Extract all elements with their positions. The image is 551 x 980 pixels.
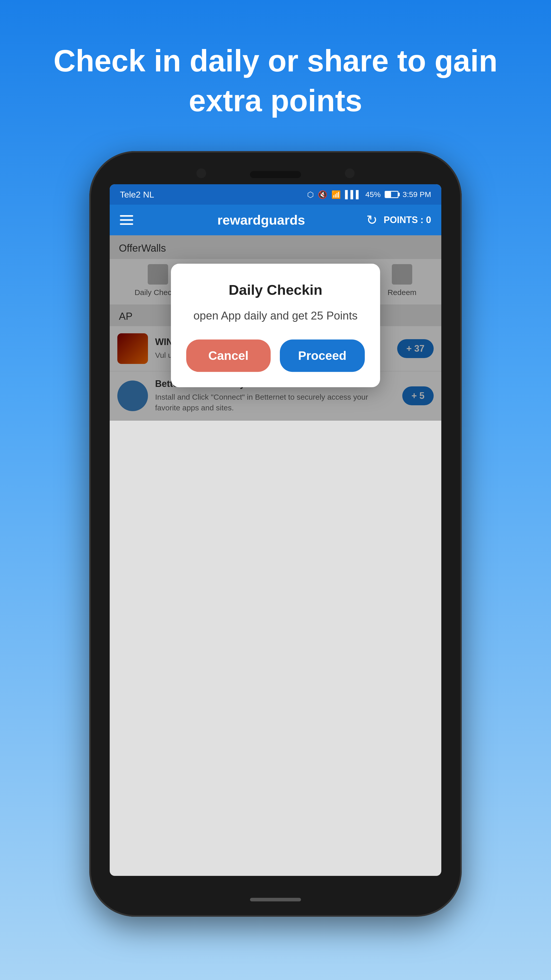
main-content: OfferWalls Daily Checkin Refer & Earn Tr… <box>110 235 441 421</box>
carrier-label: Tele2 NL <box>120 189 154 200</box>
battery-percent: 45% <box>365 190 381 199</box>
status-bar: Tele2 NL ⬡ 🔇 📶 ▌▌▌ 45% 3:59 PM <box>110 184 441 205</box>
dialog-title: Daily Checkin <box>186 282 365 298</box>
app-bar-right: ↻ POINTS : 0 <box>366 212 431 228</box>
phone-mockup: Tele2 NL ⬡ 🔇 📶 ▌▌▌ 45% 3:59 PM rewardgua… <box>89 151 462 917</box>
points-badge: POINTS : 0 <box>384 215 431 225</box>
daily-checkin-dialog: Daily Checkin open App daily and get 25 … <box>171 264 380 387</box>
hero-title: Check in daily or share to gain extra po… <box>0 0 551 146</box>
refresh-icon[interactable]: ↻ <box>366 212 378 228</box>
phone-camera-left <box>197 169 206 178</box>
dialog-message: open App daily and get 25 Points <box>186 307 365 324</box>
signal-icon: ▌▌▌ <box>345 190 361 199</box>
proceed-button[interactable]: Proceed <box>280 339 365 372</box>
phone-camera-right <box>345 169 354 178</box>
phone-screen: Tele2 NL ⬡ 🔇 📶 ▌▌▌ 45% 3:59 PM rewardgua… <box>110 184 441 876</box>
wifi-icon: 📶 <box>331 190 341 199</box>
phone-home-bar <box>250 898 301 901</box>
app-bar: rewardguards ↻ POINTS : 0 <box>110 205 441 235</box>
nfc-icon: ⬡ <box>307 190 314 199</box>
phone-speaker <box>250 171 301 178</box>
status-right-area: ⬡ 🔇 📶 ▌▌▌ 45% 3:59 PM <box>307 190 431 199</box>
hamburger-line-1 <box>120 215 133 217</box>
cancel-button[interactable]: Cancel <box>186 339 271 372</box>
time-label: 3:59 PM <box>403 190 431 199</box>
hamburger-line-3 <box>120 223 133 225</box>
battery-fill <box>386 192 391 197</box>
battery-icon <box>385 191 399 198</box>
app-title: rewardguards <box>146 212 376 228</box>
dialog-buttons: Cancel Proceed <box>186 339 365 372</box>
mute-icon: 🔇 <box>318 190 327 199</box>
hamburger-line-2 <box>120 219 133 221</box>
hamburger-menu[interactable] <box>120 215 133 225</box>
